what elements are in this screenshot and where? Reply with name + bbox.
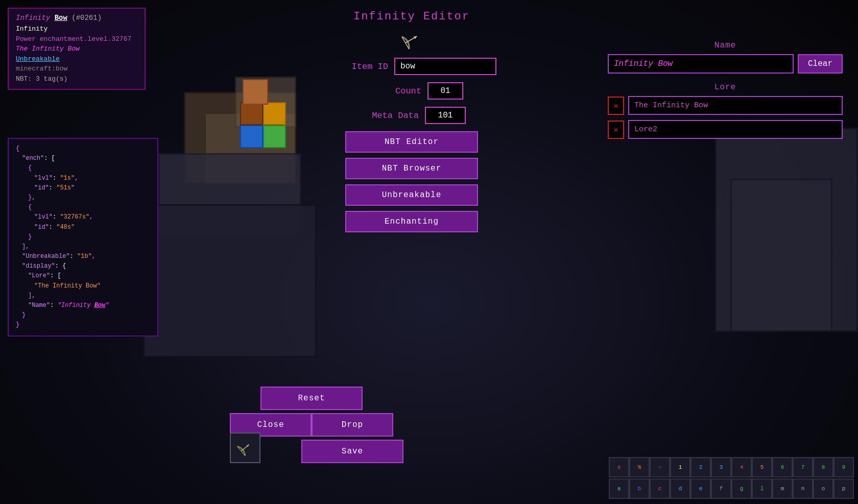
lore-row-2: ✕ (608, 120, 843, 139)
lore-remove-1-button[interactable]: ✕ (608, 97, 624, 115)
hotbar-cell-pct[interactable]: % (629, 457, 650, 477)
hotbar-cell-7[interactable]: 7 (793, 457, 813, 477)
item-hand-bow (236, 439, 254, 457)
lore-row-1: ✕ (608, 96, 843, 115)
metadata-input[interactable] (425, 107, 466, 124)
nbt-editor-button[interactable]: NBT Editor (345, 131, 478, 153)
hotbar-cell-1[interactable]: 1 (670, 457, 690, 477)
hotbar-cell-l[interactable]: l (752, 478, 772, 499)
hotbar-cell-f[interactable]: f (711, 478, 731, 499)
bow-svg (399, 27, 424, 52)
count-row: Count (360, 82, 463, 100)
editor-panel: Infinity Editor Item ID Count Meta Data (327, 10, 496, 237)
tooltip-line5: minecraft:bow (16, 64, 137, 74)
save-button[interactable]: Save (301, 440, 403, 463)
count-input[interactable] (427, 82, 463, 100)
item-hand-slot (230, 433, 260, 463)
metadata-row: Meta Data (358, 107, 466, 124)
right-panel: Name Clear Lore ✕ ✕ (608, 41, 843, 144)
hotbar: s % ● 1 2 3 4 5 6 7 8 9 a b c d e f g l … (609, 457, 853, 499)
nbt-data-box: { "ench": [ { "lvl": "1s", "id": "51s" }… (8, 138, 158, 337)
item-id-input[interactable] (394, 58, 496, 75)
hotbar-cell-a[interactable]: a (609, 478, 629, 499)
item-hand-area (230, 433, 260, 463)
hotbar-cell-s[interactable]: s (609, 457, 629, 477)
metadata-label: Meta Data (358, 111, 419, 121)
lore-2-input[interactable] (628, 120, 843, 139)
enchanting-button[interactable]: Enchanting (345, 211, 478, 232)
lore-remove-2-button[interactable]: ✕ (608, 121, 624, 139)
nbt-browser-button[interactable]: NBT Browser (345, 158, 478, 179)
tooltip-line3: The Infinity Bow (16, 44, 137, 54)
hotbar-cell-8[interactable]: 8 (813, 457, 833, 477)
lore-section-label: Lore (608, 83, 843, 92)
hotbar-cell-g[interactable]: g (731, 478, 752, 499)
hotbar-cell-o[interactable]: o (813, 478, 833, 499)
hotbar-row-1: s % ● 1 2 3 4 5 6 7 8 9 (609, 457, 853, 477)
item-id-label: Item ID (327, 62, 388, 71)
hotbar-cell-m[interactable]: m (772, 478, 793, 499)
hotbar-cell-c[interactable]: c (650, 478, 670, 499)
tooltip-line2: Power enchantment.level.32767 (16, 34, 137, 44)
hotbar-cell-9[interactable]: 9 (833, 457, 854, 477)
hotbar-cell-p[interactable]: p (833, 478, 854, 499)
reset-row: Reset (260, 387, 363, 410)
hotbar-cell-4[interactable]: 4 (731, 457, 752, 477)
tooltip-line1: Infinity (16, 24, 137, 34)
tooltip-title-italic: Infinity (16, 14, 50, 22)
editor-title: Infinity Editor (353, 10, 470, 23)
tooltip-line6: NBT: 3 tag(s) (16, 74, 137, 84)
name-row: Clear (608, 54, 843, 74)
hotbar-cell-e[interactable]: e (690, 478, 711, 499)
hotbar-row-2: a b c d e f g l m n o p (609, 478, 853, 499)
lore-1-input[interactable] (628, 96, 843, 115)
name-input[interactable] (608, 54, 794, 74)
drop-button[interactable]: Drop (312, 413, 393, 437)
tooltip-line4: Unbreakable (16, 54, 137, 64)
hotbar-cell-b[interactable]: b (629, 478, 650, 499)
svg-marker-2 (414, 35, 418, 39)
hotbar-cell-3[interactable]: 3 (711, 457, 731, 477)
hotbar-cell-5[interactable]: 5 (752, 457, 772, 477)
tooltip-title-bold: Bow (55, 14, 67, 22)
reset-button[interactable]: Reset (260, 387, 363, 410)
clear-name-button[interactable]: Clear (798, 54, 843, 74)
hotbar-cell-2[interactable]: 2 (690, 457, 711, 477)
hotbar-cell-n[interactable]: n (793, 478, 813, 499)
hotbar-cell-6[interactable]: 6 (772, 457, 793, 477)
unbreakable-button[interactable]: Unbreakable (345, 184, 478, 206)
item-id-row: Item ID (327, 58, 496, 75)
count-label: Count (360, 86, 421, 96)
bow-shape (402, 30, 421, 49)
item-icon (399, 27, 424, 52)
hotbar-cell-dot[interactable]: ● (650, 457, 670, 477)
item-tooltip: Infinity Bow (#0261) Infinity Power ench… (8, 8, 146, 90)
name-section-label: Name (608, 41, 843, 50)
hotbar-cell-d[interactable]: d (670, 478, 690, 499)
tooltip-title: Infinity Bow (#0261) (16, 14, 137, 22)
tooltip-item-id: (#0261) (72, 14, 102, 22)
